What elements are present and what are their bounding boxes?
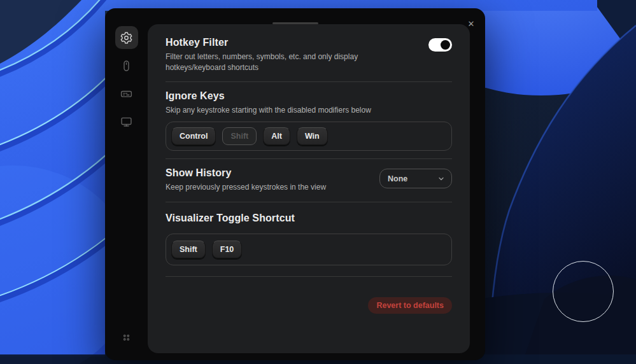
mouse-highlight-circle xyxy=(553,261,614,322)
visualizer-shortcut-keybox[interactable]: Shift F10 xyxy=(166,234,452,265)
keycap-control[interactable]: Control xyxy=(171,127,216,145)
divider xyxy=(166,202,452,202)
sidebar-footer-button[interactable] xyxy=(115,330,138,345)
hotkey-filter-description: Filter out letters, numbers, symbols, et… xyxy=(166,52,390,74)
sidebar-item-keyboard[interactable] xyxy=(115,82,138,105)
hotkey-filter-title: Hotkey Filter xyxy=(166,37,390,48)
divider xyxy=(166,158,452,159)
keycap-f10[interactable]: F10 xyxy=(212,241,243,258)
show-history-section: Show History Keep previously pressed key… xyxy=(166,167,452,193)
ignore-keys-keybox: Control Shift Alt Win xyxy=(166,122,452,151)
show-history-description: Keep previously pressed keystrokes in th… xyxy=(166,182,326,193)
toggle-knob xyxy=(441,40,450,50)
keycap-shift[interactable]: Shift xyxy=(222,127,257,145)
ignore-keys-section: Ignore Keys Skip any keystroke starting … xyxy=(166,90,452,151)
dropdown-value: None xyxy=(388,174,407,183)
sidebar-item-mouse[interactable] xyxy=(115,54,138,77)
ignore-keys-title: Ignore Keys xyxy=(166,90,452,102)
hotkey-filter-toggle[interactable] xyxy=(428,38,452,52)
sidebar xyxy=(105,26,148,360)
keycap-win[interactable]: Win xyxy=(297,127,328,145)
show-history-dropdown[interactable]: None xyxy=(379,169,452,188)
mouse-icon xyxy=(120,59,133,73)
close-icon: ✕ xyxy=(468,20,475,28)
show-history-title: Show History xyxy=(166,167,326,179)
ignore-keys-description: Skip any keystroke starting with the dis… xyxy=(166,105,390,116)
sidebar-item-settings[interactable] xyxy=(115,26,138,49)
gear-icon xyxy=(120,31,133,45)
revert-to-defaults-button[interactable]: Revert to defaults xyxy=(368,297,452,314)
footer-actions: Revert to defaults xyxy=(166,297,452,314)
monitor-icon xyxy=(120,115,133,129)
settings-panel: Hotkey Filter Filter out letters, number… xyxy=(148,24,470,353)
hotkey-filter-section: Hotkey Filter Filter out letters, number… xyxy=(166,37,452,74)
sidebar-item-display[interactable] xyxy=(115,110,138,133)
keycap-shift[interactable]: Shift xyxy=(171,241,206,258)
chevron-down-icon xyxy=(437,175,445,183)
grid-dots-icon xyxy=(120,332,132,344)
keyboard-icon xyxy=(120,87,133,101)
keycap-alt[interactable]: Alt xyxy=(263,127,290,145)
visualizer-shortcut-section: Visualizer Toggle Shortcut Shift F10 xyxy=(166,213,452,265)
divider xyxy=(166,81,452,82)
divider xyxy=(166,276,452,277)
app-window: ✕ xyxy=(105,8,485,360)
visualizer-shortcut-title: Visualizer Toggle Shortcut xyxy=(166,213,452,224)
